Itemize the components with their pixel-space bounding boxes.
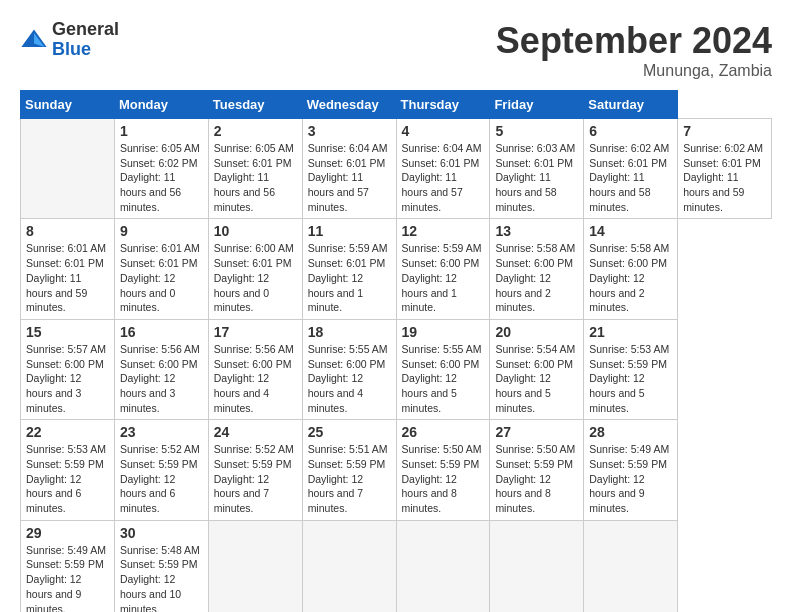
day-cell-20: 20Sunrise: 5:54 AMSunset: 6:00 PMDayligh… bbox=[490, 319, 584, 419]
logo-blue-text: Blue bbox=[52, 40, 119, 60]
day-info: Sunrise: 6:04 AMSunset: 6:01 PMDaylight:… bbox=[308, 141, 391, 214]
day-number: 23 bbox=[120, 424, 203, 440]
day-number: 18 bbox=[308, 324, 391, 340]
empty-cell bbox=[302, 520, 396, 612]
header-saturday: Saturday bbox=[584, 91, 678, 119]
empty-cell bbox=[490, 520, 584, 612]
day-number: 24 bbox=[214, 424, 297, 440]
day-info: Sunrise: 5:48 AMSunset: 5:59 PMDaylight:… bbox=[120, 543, 203, 612]
day-cell-5: 5Sunrise: 6:03 AMSunset: 6:01 PMDaylight… bbox=[490, 119, 584, 219]
empty-cell bbox=[21, 119, 115, 219]
day-info: Sunrise: 5:49 AMSunset: 5:59 PMDaylight:… bbox=[26, 543, 109, 612]
day-info: Sunrise: 5:55 AMSunset: 6:00 PMDaylight:… bbox=[308, 342, 391, 415]
week-row-4: 29Sunrise: 5:49 AMSunset: 5:59 PMDayligh… bbox=[21, 520, 772, 612]
day-number: 21 bbox=[589, 324, 672, 340]
day-info: Sunrise: 5:52 AMSunset: 5:59 PMDaylight:… bbox=[120, 442, 203, 515]
day-number: 6 bbox=[589, 123, 672, 139]
day-info: Sunrise: 5:53 AMSunset: 5:59 PMDaylight:… bbox=[26, 442, 109, 515]
day-info: Sunrise: 5:52 AMSunset: 5:59 PMDaylight:… bbox=[214, 442, 297, 515]
header-monday: Monday bbox=[114, 91, 208, 119]
header-row: SundayMondayTuesdayWednesdayThursdayFrid… bbox=[21, 91, 772, 119]
empty-cell bbox=[208, 520, 302, 612]
day-number: 28 bbox=[589, 424, 672, 440]
day-number: 12 bbox=[402, 223, 485, 239]
day-number: 27 bbox=[495, 424, 578, 440]
day-info: Sunrise: 6:03 AMSunset: 6:01 PMDaylight:… bbox=[495, 141, 578, 214]
day-info: Sunrise: 6:02 AMSunset: 6:01 PMDaylight:… bbox=[683, 141, 766, 214]
day-cell-2: 2Sunrise: 6:05 AMSunset: 6:01 PMDaylight… bbox=[208, 119, 302, 219]
logo-icon bbox=[20, 26, 48, 54]
day-cell-28: 28Sunrise: 5:49 AMSunset: 5:59 PMDayligh… bbox=[584, 420, 678, 520]
day-cell-8: 8Sunrise: 6:01 AMSunset: 6:01 PMDaylight… bbox=[21, 219, 115, 319]
day-info: Sunrise: 5:55 AMSunset: 6:00 PMDaylight:… bbox=[402, 342, 485, 415]
day-cell-1: 1Sunrise: 6:05 AMSunset: 6:02 PMDaylight… bbox=[114, 119, 208, 219]
day-cell-10: 10Sunrise: 6:00 AMSunset: 6:01 PMDayligh… bbox=[208, 219, 302, 319]
day-cell-15: 15Sunrise: 5:57 AMSunset: 6:00 PMDayligh… bbox=[21, 319, 115, 419]
week-row-2: 15Sunrise: 5:57 AMSunset: 6:00 PMDayligh… bbox=[21, 319, 772, 419]
calendar-body: 1Sunrise: 6:05 AMSunset: 6:02 PMDaylight… bbox=[21, 119, 772, 613]
day-number: 8 bbox=[26, 223, 109, 239]
day-info: Sunrise: 5:56 AMSunset: 6:00 PMDaylight:… bbox=[120, 342, 203, 415]
day-number: 30 bbox=[120, 525, 203, 541]
day-number: 20 bbox=[495, 324, 578, 340]
day-cell-24: 24Sunrise: 5:52 AMSunset: 5:59 PMDayligh… bbox=[208, 420, 302, 520]
day-cell-12: 12Sunrise: 5:59 AMSunset: 6:00 PMDayligh… bbox=[396, 219, 490, 319]
day-number: 25 bbox=[308, 424, 391, 440]
day-number: 15 bbox=[26, 324, 109, 340]
day-info: Sunrise: 6:05 AMSunset: 6:02 PMDaylight:… bbox=[120, 141, 203, 214]
day-cell-13: 13Sunrise: 5:58 AMSunset: 6:00 PMDayligh… bbox=[490, 219, 584, 319]
location-title: Mununga, Zambia bbox=[496, 62, 772, 80]
day-info: Sunrise: 5:59 AMSunset: 6:00 PMDaylight:… bbox=[402, 241, 485, 314]
day-number: 9 bbox=[120, 223, 203, 239]
day-info: Sunrise: 5:59 AMSunset: 6:01 PMDaylight:… bbox=[308, 241, 391, 314]
day-number: 10 bbox=[214, 223, 297, 239]
day-cell-21: 21Sunrise: 5:53 AMSunset: 5:59 PMDayligh… bbox=[584, 319, 678, 419]
day-info: Sunrise: 6:05 AMSunset: 6:01 PMDaylight:… bbox=[214, 141, 297, 214]
day-cell-4: 4Sunrise: 6:04 AMSunset: 6:01 PMDaylight… bbox=[396, 119, 490, 219]
day-number: 3 bbox=[308, 123, 391, 139]
day-info: Sunrise: 6:01 AMSunset: 6:01 PMDaylight:… bbox=[26, 241, 109, 314]
day-info: Sunrise: 6:01 AMSunset: 6:01 PMDaylight:… bbox=[120, 241, 203, 314]
logo: General Blue bbox=[20, 20, 119, 60]
day-number: 11 bbox=[308, 223, 391, 239]
day-info: Sunrise: 5:50 AMSunset: 5:59 PMDaylight:… bbox=[402, 442, 485, 515]
day-number: 22 bbox=[26, 424, 109, 440]
day-number: 1 bbox=[120, 123, 203, 139]
header-sunday: Sunday bbox=[21, 91, 115, 119]
day-info: Sunrise: 5:50 AMSunset: 5:59 PMDaylight:… bbox=[495, 442, 578, 515]
day-cell-26: 26Sunrise: 5:50 AMSunset: 5:59 PMDayligh… bbox=[396, 420, 490, 520]
header-tuesday: Tuesday bbox=[208, 91, 302, 119]
week-row-3: 22Sunrise: 5:53 AMSunset: 5:59 PMDayligh… bbox=[21, 420, 772, 520]
header-wednesday: Wednesday bbox=[302, 91, 396, 119]
day-cell-9: 9Sunrise: 6:01 AMSunset: 6:01 PMDaylight… bbox=[114, 219, 208, 319]
day-number: 5 bbox=[495, 123, 578, 139]
day-cell-22: 22Sunrise: 5:53 AMSunset: 5:59 PMDayligh… bbox=[21, 420, 115, 520]
day-info: Sunrise: 5:58 AMSunset: 6:00 PMDaylight:… bbox=[589, 241, 672, 314]
calendar-header: SundayMondayTuesdayWednesdayThursdayFrid… bbox=[21, 91, 772, 119]
empty-cell bbox=[396, 520, 490, 612]
day-info: Sunrise: 5:51 AMSunset: 5:59 PMDaylight:… bbox=[308, 442, 391, 515]
day-cell-16: 16Sunrise: 5:56 AMSunset: 6:00 PMDayligh… bbox=[114, 319, 208, 419]
day-cell-3: 3Sunrise: 6:04 AMSunset: 6:01 PMDaylight… bbox=[302, 119, 396, 219]
day-number: 29 bbox=[26, 525, 109, 541]
day-info: Sunrise: 5:49 AMSunset: 5:59 PMDaylight:… bbox=[589, 442, 672, 515]
day-info: Sunrise: 5:53 AMSunset: 5:59 PMDaylight:… bbox=[589, 342, 672, 415]
day-cell-25: 25Sunrise: 5:51 AMSunset: 5:59 PMDayligh… bbox=[302, 420, 396, 520]
day-cell-7: 7Sunrise: 6:02 AMSunset: 6:01 PMDaylight… bbox=[678, 119, 772, 219]
day-number: 4 bbox=[402, 123, 485, 139]
day-number: 26 bbox=[402, 424, 485, 440]
day-number: 14 bbox=[589, 223, 672, 239]
header-friday: Friday bbox=[490, 91, 584, 119]
day-number: 19 bbox=[402, 324, 485, 340]
week-row-0: 1Sunrise: 6:05 AMSunset: 6:02 PMDaylight… bbox=[21, 119, 772, 219]
page-header: General Blue September 2024 Mununga, Zam… bbox=[20, 20, 772, 80]
day-cell-11: 11Sunrise: 5:59 AMSunset: 6:01 PMDayligh… bbox=[302, 219, 396, 319]
day-info: Sunrise: 5:57 AMSunset: 6:00 PMDaylight:… bbox=[26, 342, 109, 415]
day-number: 7 bbox=[683, 123, 766, 139]
week-row-1: 8Sunrise: 6:01 AMSunset: 6:01 PMDaylight… bbox=[21, 219, 772, 319]
day-cell-17: 17Sunrise: 5:56 AMSunset: 6:00 PMDayligh… bbox=[208, 319, 302, 419]
day-info: Sunrise: 6:04 AMSunset: 6:01 PMDaylight:… bbox=[402, 141, 485, 214]
day-number: 13 bbox=[495, 223, 578, 239]
day-number: 17 bbox=[214, 324, 297, 340]
day-number: 2 bbox=[214, 123, 297, 139]
